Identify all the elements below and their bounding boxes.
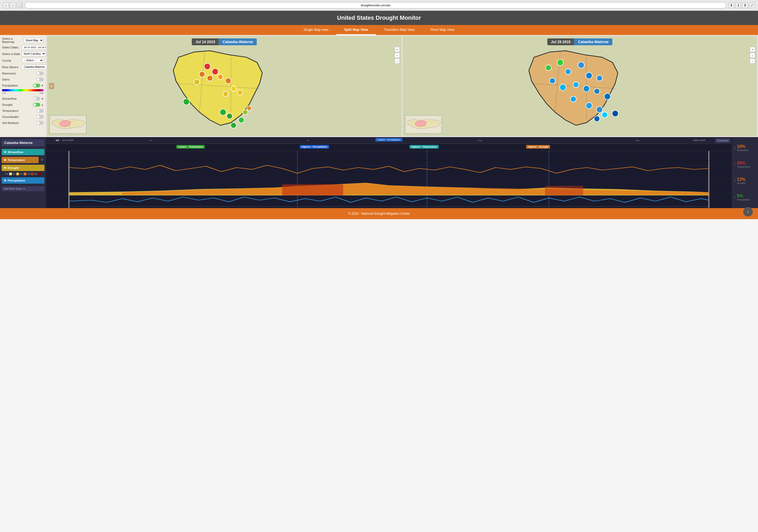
- svg-point-35: [560, 84, 566, 90]
- nav-left[interactable]: ◀◀: [55, 139, 59, 142]
- temperature-stat: ↑ 20% Temperature: [734, 161, 756, 168]
- reservoirs-label: Reservoirs: [2, 72, 16, 75]
- right-map-date: Jul 29 2015: [547, 38, 574, 45]
- precipitation-chevron[interactable]: ▼: [41, 84, 44, 87]
- tab-river[interactable]: River Map View: [423, 25, 463, 35]
- svg-point-28: [557, 59, 563, 66]
- add-data-label: Add More Data: [4, 187, 21, 190]
- info-icon[interactable]: ℹ: [735, 2, 741, 8]
- streamflow-stat: ↓ 10% Streamflow: [734, 144, 756, 151]
- d2-box: [24, 173, 26, 175]
- right-map-controls: + − ⌂: [750, 47, 755, 64]
- chart-sidebar: Catawba-Wateree ≋ Streamflow ≋ Temperatu…: [0, 137, 46, 208]
- temperature-type: Temperature: [737, 165, 750, 168]
- temperature-btn-label: Temperature: [8, 158, 25, 161]
- county-label: County: [2, 59, 20, 62]
- add-data-icon: •••: [22, 187, 25, 190]
- precipitation-type: Precipitation: [737, 198, 750, 201]
- month-jun: Jun: [149, 139, 153, 142]
- basemap-label: Select a Basemap: [2, 37, 22, 44]
- maps-container: Jul 14 2015 Catawba-Wateree « + − ⌂: [46, 35, 758, 137]
- chart-svg: [46, 151, 732, 208]
- streamflow-arrow: ↓: [734, 146, 736, 150]
- svg-point-7: [207, 75, 213, 81]
- right-map: Jul 29 2015 Catawba-Wateree + − ⌂: [403, 36, 757, 136]
- tab-single[interactable]: Single Map view: [295, 25, 336, 35]
- fullscreen-icon[interactable]: ⤢: [749, 2, 755, 8]
- tab-split[interactable]: Split Map View: [336, 25, 376, 35]
- left-map-label-bar: Jul 14 2015 Catawba-Wateree: [192, 38, 257, 45]
- left-zoom-out[interactable]: −: [395, 52, 400, 58]
- streamflow-toggle-row: Streamflow ▼: [2, 96, 44, 101]
- right-zoom-in[interactable]: +: [750, 47, 755, 52]
- lowest-temp-annotation: Lowest ↓ Temperature: [176, 145, 205, 149]
- svg-point-44: [602, 112, 607, 117]
- groundwater-toggle-row: Groundwater: [2, 115, 44, 119]
- date-end-label: Sep 8 2015: [693, 138, 706, 142]
- svg-point-37: [583, 85, 590, 92]
- svg-point-15: [220, 109, 226, 116]
- precipitation-label: Precipitation: [2, 84, 18, 87]
- chart-container: Catawba-Wateree ≋ Streamflow ≋ Temperatu…: [0, 137, 758, 208]
- back-button[interactable]: ‹: [3, 2, 9, 8]
- temperature-toggle[interactable]: [36, 109, 44, 113]
- state-select[interactable]: North Carolina: [21, 51, 46, 56]
- temperature-icon: ≋: [4, 158, 6, 162]
- soil-moisture-toggle[interactable]: [36, 121, 44, 125]
- left-nav-arrow[interactable]: «: [49, 83, 54, 89]
- left-zoom-in[interactable]: +: [395, 47, 400, 52]
- streamflow-chart-btn[interactable]: ≋ Streamflow: [2, 149, 45, 155]
- toggles2-section: Streamflow ▼ Drought ▲ Temperature Groun…: [2, 96, 44, 125]
- drought-percent: 13%: [737, 177, 745, 182]
- county-row: County -- Select --: [2, 58, 44, 63]
- streamflow-chevron[interactable]: ▼: [41, 97, 44, 100]
- d0-label: D0: [5, 173, 9, 175]
- precipitation-toggle[interactable]: [33, 84, 40, 87]
- svg-point-18: [230, 122, 236, 128]
- soil-moisture-label: Soil Moisture: [2, 121, 19, 124]
- dams-toggle[interactable]: [36, 78, 44, 81]
- reservoirs-toggle-row: Reservoirs: [2, 71, 44, 76]
- svg-point-10: [194, 79, 200, 85]
- right-zoom-out[interactable]: −: [750, 52, 755, 58]
- forward-button[interactable]: ›: [10, 2, 16, 8]
- precipitation-chart-btn[interactable]: ≋ Precipitation: [2, 177, 45, 183]
- tab-button[interactable]: ⬜: [17, 2, 23, 8]
- svg-point-6: [199, 71, 205, 77]
- temperature-toggle-row: Temperature: [2, 108, 44, 113]
- scroll-top-button[interactable]: ↑: [743, 207, 753, 216]
- right-home[interactable]: ⌂: [750, 58, 755, 64]
- temperature-chart-btn[interactable]: ≋ Temperature: [2, 157, 39, 163]
- d4-label: D4: [34, 173, 37, 175]
- river-row: River Basins Catawba-Wateree: [2, 64, 44, 69]
- url-bar[interactable]: [25, 2, 726, 9]
- drought-chart-btn[interactable]: ≋ Drought: [2, 165, 45, 171]
- d1-label: D1: [13, 173, 16, 175]
- browser-chrome: ‹ › ⬜ ⬇ ℹ ⬆ ⤢: [0, 0, 758, 11]
- streamflow-toggle[interactable]: [33, 97, 40, 101]
- precipitation-percent: 5%: [737, 194, 750, 198]
- tab-transition[interactable]: Transition Map View: [376, 25, 423, 35]
- streamflow-btn-label: Streamflow: [8, 150, 23, 154]
- share-icon[interactable]: ⬆: [742, 2, 748, 8]
- add-data-button[interactable]: Add More Data •••: [2, 186, 45, 191]
- precipitation-btn-label: Precipitation: [8, 179, 25, 182]
- temperature-unit: °F: [40, 158, 45, 162]
- svg-point-33: [597, 75, 602, 81]
- drought-chevron[interactable]: ▲: [41, 103, 44, 106]
- groundwater-toggle[interactable]: [36, 115, 44, 119]
- lowest-precip-tooltip: Lowest ↓ Precipitation: [375, 138, 403, 142]
- download-icon[interactable]: ⬇: [729, 2, 734, 8]
- drought-label: Drought: [2, 103, 12, 106]
- basemap-select[interactable]: Street Map: [23, 38, 44, 43]
- overview-button[interactable]: Overview: [715, 138, 730, 143]
- county-select[interactable]: -- Select --: [21, 58, 44, 63]
- highest-precip-annotation: Highest ↑ Precipitation: [300, 145, 329, 149]
- streamflow-icon: ≋: [4, 150, 6, 154]
- river-label: River Basins: [2, 66, 20, 69]
- precipitation-toggle-row: Precipitation ▼: [2, 83, 44, 88]
- drought-toggle[interactable]: [33, 103, 40, 107]
- browser-nav: ‹ › ⬜: [3, 2, 23, 8]
- left-home[interactable]: ⌂: [395, 58, 400, 64]
- reservoirs-toggle[interactable]: [36, 72, 44, 75]
